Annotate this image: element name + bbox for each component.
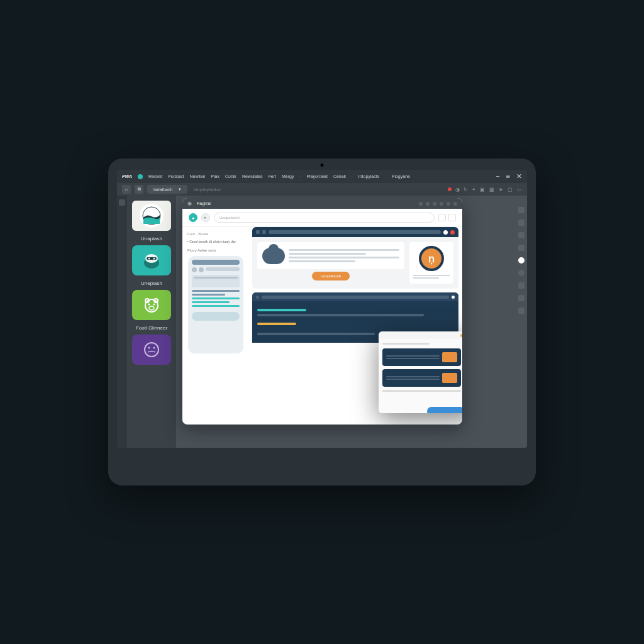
orange-button[interactable]: Unoplabosh [312,272,350,280]
brand-badge-icon: ṇ [419,246,444,271]
section-label: Flouy Aplee soce [187,248,243,252]
panel-icon[interactable] [518,308,525,314]
sidebar-tile-pig[interactable] [132,290,171,320]
chart-icon[interactable]: ◑ [455,187,460,192]
status-dot-icon [138,174,143,179]
sidebar-tile-face[interactable] [132,335,171,365]
dot-icon[interactable] [419,202,423,206]
svg-point-12 [145,343,158,357]
menu-item[interactable]: Newilan [189,174,205,179]
address-field[interactable]: Intoplayeation [191,186,444,194]
window-controls [419,202,457,206]
record-icon[interactable] [448,187,452,191]
menu-item[interactable]: Plak [211,174,219,179]
back-button[interactable]: ● [189,213,197,222]
close-icon[interactable]: ✕ [516,172,522,180]
home-icon[interactable]: ⌂ [122,185,131,194]
svg-point-10 [153,304,155,306]
menubar: PWA Recent Podcast Newilan Plak Cobik Re… [117,170,527,183]
embedded-browser: ◉ Faglink ● ▸ Unapabolch Four · Boore • … [182,198,462,425]
phone-header [192,260,240,265]
panel-icon[interactable] [518,257,525,264]
breadcrumb-item[interactable]: Playordeat [306,174,327,179]
camera-dot [321,164,324,167]
send-icon[interactable]: ➤ [499,187,503,192]
menu-item[interactable]: Mergy [282,174,294,179]
tablet-frame: PWA Recent Podcast Newilan Plak Cobik Re… [108,158,536,486]
action-pill-button[interactable] [427,407,462,413]
globe-icon: ◉ [187,201,192,206]
bookmark-icon[interactable] [438,214,446,221]
panel-icon[interactable] [518,282,525,289]
svg-point-4 [148,258,150,260]
minimize-icon[interactable]: − [496,172,499,180]
phone-mockup [188,256,243,353]
svg-point-14 [153,347,155,349]
cloud-icon [262,248,285,264]
breadcrumb[interactable]: Four · Boore [187,232,243,236]
panel-icon[interactable] [518,219,525,226]
dot-icon[interactable] [426,202,430,206]
sidebar-label: Uneplash [141,280,162,286]
active-tab[interactable]: tadalbach▾ [147,185,187,194]
menu-item[interactable]: Fert [269,174,276,179]
hamburger-icon[interactable]: ≡ [506,172,510,180]
browser-title: Faglink [197,201,211,206]
sidebar-label: Footl Glinneer [136,325,167,331]
mockup-card-1: Unoplabosh ṇ [252,227,458,289]
menu-icon[interactable] [448,214,456,221]
more-icon[interactable]: ▭ [517,187,522,192]
panel-icon[interactable] [518,245,525,251]
dot-icon[interactable] [453,202,457,206]
svg-point-13 [148,347,150,349]
svg-rect-3 [147,257,157,260]
browser-sidebar: Four · Boore • Canal tamalk dd ohaty uto… [182,227,248,423]
phone-cta-button [192,312,240,321]
panel-icon[interactable] [518,295,525,301]
menu-item[interactable]: Podcast [168,174,184,179]
wave-logo-icon [140,204,164,228]
browser-address-bar: ● ▸ Unapabolch [182,209,462,227]
canvas-area[interactable]: ◉ Faglink ● ▸ Unapabolch Four · Boore • … [176,196,527,448]
breadcrumb-item[interactable]: Cenali [333,174,346,179]
floating-panel[interactable]: ▾▾▾ [379,331,462,413]
svg-point-9 [148,304,150,306]
panel-icon[interactable] [518,270,525,276]
app-window: PWA Recent Podcast Newilan Plak Cobik Re… [117,170,527,448]
breadcrumb-item[interactable]: Intopylacts [358,174,379,179]
grid-icon[interactable]: ▦ [489,187,494,192]
sidebar-label: Unaplash [141,236,162,242]
workspace: Unaplash Uneplash Footl Glinneer ◉ [117,196,527,448]
breadcrumb-item[interactable]: Flogyane [392,174,410,179]
box-icon[interactable]: ▢ [508,187,513,192]
rail-icon[interactable] [119,199,125,206]
menu-item[interactable]: Rewulates [242,174,263,179]
refresh-icon[interactable]: ↻ [464,187,468,192]
list-item[interactable] [382,369,461,387]
layers-icon[interactable]: ▣ [480,187,485,192]
list-icon[interactable]: ≣ [135,185,143,194]
forward-button[interactable]: ▸ [201,213,210,222]
list-item[interactable] [382,348,461,366]
right-rail [518,207,525,314]
dot-icon[interactable] [440,202,443,206]
wand-icon[interactable]: ✦ [472,187,476,192]
panel-icon[interactable] [518,232,525,238]
sidebar-tile-robot[interactable] [132,245,171,275]
menu-item[interactable]: Cobik [225,174,236,179]
sidebar: Unaplash Uneplash Footl Glinneer [127,196,176,448]
browser-titlebar[interactable]: ◉ Faglink [182,198,462,209]
url-input[interactable]: Unapabolch [214,213,435,223]
dot-icon[interactable] [447,202,450,206]
app-logo: PWA [122,174,132,179]
menu-item[interactable]: Recent [148,174,162,179]
svg-point-5 [153,258,155,260]
list-item[interactable]: • Canal tamalk dd ohaty utoply day [187,240,243,243]
toolbar: ⌂ ≣ tadalbach▾ Intoplayeation ◑ ↻ ✦ ▣ ▦ … [117,183,527,196]
panel-icon[interactable] [518,207,525,213]
svg-point-11 [149,306,154,310]
left-rail [117,196,127,448]
sidebar-tile-unsplash[interactable] [132,201,171,231]
dot-icon[interactable] [433,202,436,206]
